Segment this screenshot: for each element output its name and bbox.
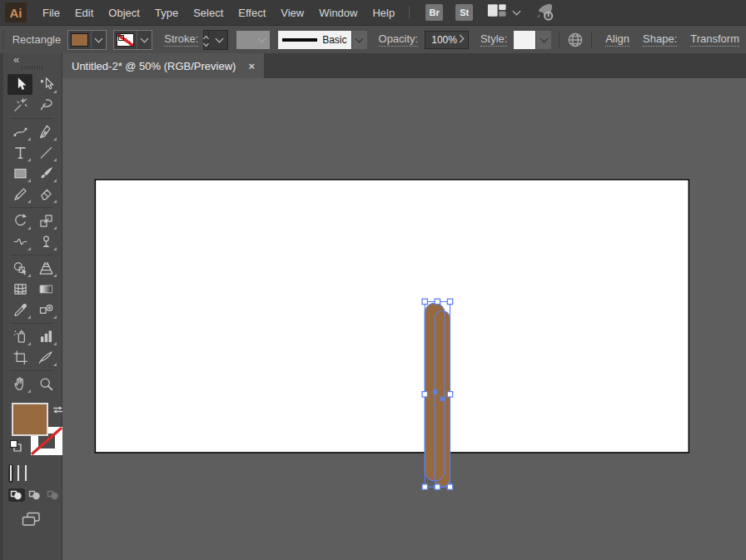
- lasso-tool[interactable]: [33, 95, 58, 116]
- blend-tool[interactable]: [33, 300, 58, 320]
- selected-shape[interactable]: [425, 303, 450, 487]
- pencil-tool[interactable]: [7, 184, 32, 205]
- stroke-none-swatch[interactable]: [117, 33, 134, 47]
- type-tool[interactable]: [7, 142, 32, 163]
- opacity-value: 100%: [431, 34, 457, 46]
- none-button[interactable]: [23, 464, 28, 483]
- stroke-panel-link[interactable]: Stroke:: [164, 32, 198, 47]
- fill-color-swatch[interactable]: [71, 33, 88, 47]
- align-panel-link[interactable]: Align: [605, 32, 629, 47]
- artboard[interactable]: [95, 180, 689, 453]
- graphic-style-dropdown[interactable]: [514, 31, 551, 49]
- direct-selection-tool[interactable]: [33, 74, 58, 95]
- transform-panel-link[interactable]: Transform: [690, 32, 739, 47]
- flyout-indicator: [53, 247, 57, 250]
- eyedropper-icon: [12, 301, 29, 319]
- stock-button[interactable]: St: [455, 4, 473, 21]
- flyout-indicator: [27, 226, 31, 230]
- gpu-performance-icon[interactable]: [533, 2, 556, 22]
- collapse-panel-button[interactable]: «: [13, 53, 17, 66]
- stepper-down-icon[interactable]: [203, 40, 209, 46]
- flyout-indicator: [27, 179, 31, 182]
- menu-object[interactable]: Object: [101, 3, 147, 22]
- artboard-tool[interactable]: [7, 347, 32, 368]
- shape-panel-link[interactable]: Shape:: [643, 32, 677, 47]
- pencil-icon: [12, 186, 29, 203]
- draw-behind-button[interactable]: [27, 488, 43, 502]
- chevron-down-icon: [513, 7, 521, 16]
- style-panel-link[interactable]: Style:: [480, 32, 508, 47]
- magic-wand-tool[interactable]: [7, 95, 32, 116]
- default-fill-stroke-icon[interactable]: [9, 439, 22, 456]
- color-button[interactable]: [8, 464, 13, 483]
- draw-inside-button[interactable]: [45, 488, 62, 502]
- selection-tool[interactable]: [7, 74, 32, 95]
- menu-effect[interactable]: Effect: [231, 3, 273, 22]
- flyout-indicator: [53, 226, 57, 230]
- close-tab-icon[interactable]: ×: [248, 60, 255, 72]
- menu-type[interactable]: Type: [147, 3, 186, 22]
- line-segment-tool[interactable]: [33, 142, 58, 163]
- scale-tool[interactable]: [33, 211, 58, 231]
- rotate-tool[interactable]: [7, 211, 32, 231]
- change-screen-mode-button[interactable]: [22, 512, 42, 530]
- scale-icon: [37, 212, 55, 230]
- menubar-right: Br St: [405, 2, 556, 22]
- curvature-tool[interactable]: [7, 121, 32, 142]
- zoom-tool[interactable]: [33, 374, 58, 394]
- column-graph-tool[interactable]: [33, 326, 58, 347]
- brush-definition-dropdown: [236, 31, 270, 49]
- document-tab[interactable]: Untitled-2* @ 50% (RGB/Preview) ×: [62, 53, 264, 78]
- menu-select[interactable]: Select: [186, 3, 231, 22]
- chevron-down-icon: [351, 31, 367, 49]
- chevron-down-icon: [257, 34, 266, 42]
- menu-file[interactable]: File: [35, 3, 67, 22]
- flyout-indicator: [27, 247, 31, 250]
- flyout-indicator: [53, 363, 57, 366]
- canvas-area[interactable]: [62, 78, 746, 560]
- direct-selection-icon: [37, 76, 55, 93]
- symbol-sprayer-tool[interactable]: [7, 326, 32, 347]
- puppet-warp-tool[interactable]: [33, 231, 58, 252]
- fill-color-dropdown[interactable]: [67, 30, 107, 50]
- mesh-tool[interactable]: [7, 279, 32, 300]
- tool-group-divider: [10, 370, 53, 371]
- shape-builder-tool[interactable]: [7, 258, 32, 279]
- opacity-panel-link[interactable]: Opacity:: [379, 32, 419, 47]
- flyout-indicator: [27, 274, 31, 277]
- opacity-field[interactable]: 100%: [425, 31, 469, 49]
- fill-proxy-swatch[interactable]: [12, 403, 48, 436]
- symbol-sprayer-icon: [12, 328, 29, 345]
- bridge-button[interactable]: Br: [425, 4, 443, 21]
- paintbrush-icon: [37, 165, 55, 182]
- menu-view[interactable]: View: [273, 3, 311, 22]
- workspace-switcher[interactable]: [486, 2, 520, 22]
- panel-grip[interactable]: [22, 66, 43, 69]
- menu-window[interactable]: Window: [311, 3, 365, 22]
- paintbrush-tool[interactable]: [33, 163, 58, 184]
- hand-tool[interactable]: [7, 374, 32, 394]
- perspective-grid-tool[interactable]: [33, 258, 58, 279]
- eyedropper-tool[interactable]: [7, 300, 32, 320]
- stroke-weight-dropdown[interactable]: [209, 30, 227, 50]
- document-setup-globe-icon[interactable]: [567, 32, 584, 48]
- width-tool[interactable]: [7, 231, 32, 252]
- menu-help[interactable]: Help: [365, 3, 402, 22]
- stroke-weight-stepper[interactable]: [203, 30, 209, 50]
- zoom-icon: [37, 375, 55, 393]
- slice-tool[interactable]: [33, 347, 58, 368]
- draw-normal-button[interactable]: [8, 488, 25, 502]
- eraser-tool[interactable]: [33, 184, 58, 205]
- rectangle-icon: [12, 165, 29, 182]
- panel-grip[interactable]: [2, 31, 4, 49]
- menu-edit[interactable]: Edit: [67, 3, 101, 22]
- pen-tool[interactable]: [33, 121, 58, 142]
- stroke-style-dropdown[interactable]: Basic: [278, 31, 367, 49]
- gradient-tool[interactable]: [33, 279, 58, 300]
- gradient-button[interactable]: [16, 464, 21, 483]
- rectangle-tool[interactable]: [7, 163, 32, 184]
- stroke-color-dropdown[interactable]: [113, 30, 152, 50]
- illustrator-window: Ai FileEditObjectTypeSelectEffectViewWin…: [0, 0, 746, 560]
- app-logo-icon: Ai: [5, 2, 27, 22]
- flyout-indicator: [27, 389, 31, 393]
